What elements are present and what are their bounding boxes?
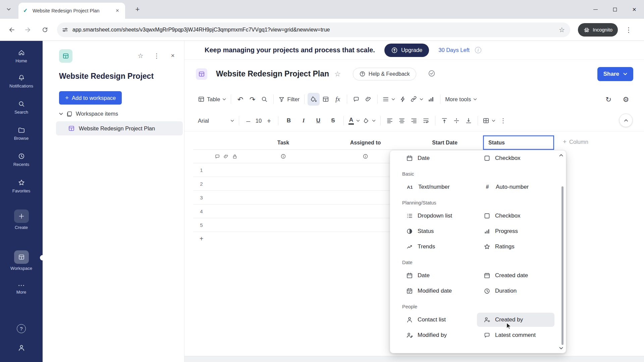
vertical-align-top-button[interactable] — [438, 114, 450, 127]
strikethrough-button[interactable]: S — [326, 114, 340, 127]
browser-tab[interactable]: ✓ Website Redesign Project Plan × — [18, 3, 125, 19]
automation-button[interactable] — [397, 93, 409, 106]
bookmark-star-icon[interactable]: ☆ — [559, 26, 565, 34]
link-button[interactable] — [409, 93, 425, 106]
menu-item-checkbox-2[interactable]: Checkbox — [477, 209, 554, 223]
redo-button[interactable]: ↷ — [246, 93, 258, 106]
tab-close-button[interactable]: × — [114, 7, 121, 14]
borders-button[interactable] — [481, 114, 497, 127]
settings-button[interactable]: ⚙ — [620, 93, 632, 106]
comment-icon[interactable] — [215, 154, 220, 159]
font-size-decrease-button[interactable]: – — [242, 114, 254, 127]
font-family-select[interactable]: Arial — [196, 114, 236, 127]
menu-item-dropdown-list[interactable]: Dropdown list — [399, 209, 477, 223]
reload-button[interactable] — [38, 23, 52, 37]
menu-scroll-down-arrow[interactable] — [558, 346, 565, 351]
forward-button[interactable] — [21, 23, 35, 37]
sidebar-item-workspace[interactable]: Workspace — [0, 250, 43, 271]
sidebar-item-notifications[interactable]: Notifications — [0, 74, 43, 88]
more-tools-button[interactable]: More tools — [443, 93, 479, 106]
undo-button[interactable]: ↶ — [234, 93, 246, 106]
format-overflow-button[interactable]: ⋮ — [497, 114, 509, 127]
horizontal-scrollbar[interactable] — [184, 356, 644, 362]
fill-color-button[interactable] — [308, 93, 320, 106]
info-icon[interactable]: i — [475, 47, 481, 53]
formula-button[interactable]: fx — [332, 93, 344, 106]
activity-log-button[interactable]: ↻ — [602, 93, 614, 106]
underline-button[interactable]: U — [311, 114, 326, 127]
info-icon[interactable] — [363, 154, 368, 159]
menu-item-trends[interactable]: Trends — [399, 240, 477, 254]
wrap-text-button[interactable] — [420, 114, 432, 127]
upgrade-button[interactable]: Upgrade — [384, 44, 429, 57]
text-color-button[interactable]: A — [347, 114, 362, 127]
new-tab-button[interactable]: + — [133, 5, 142, 14]
italic-button[interactable]: I — [296, 114, 311, 127]
vertical-align-bottom-button[interactable] — [463, 114, 475, 127]
info-icon[interactable] — [280, 154, 286, 159]
menu-item-date-2[interactable]: Date — [399, 268, 477, 283]
cell-format-button[interactable] — [320, 93, 332, 106]
menu-scroll-up-arrow[interactable] — [558, 153, 565, 158]
menu-item-modified-date[interactable]: Modified date — [399, 284, 477, 298]
comment-button[interactable] — [350, 93, 362, 106]
menu-item-duration[interactable]: Duration — [477, 284, 554, 298]
menu-item-text-number[interactable]: A1 Text/number — [399, 180, 477, 194]
vertical-align-middle-button[interactable] — [450, 114, 463, 127]
align-center-button[interactable] — [396, 114, 408, 127]
browser-menu-button[interactable]: ⋮ — [622, 23, 635, 37]
menu-item-checkbox[interactable]: Checkbox — [477, 151, 554, 165]
bold-button[interactable]: B — [281, 114, 296, 127]
menu-scrollbar[interactable] — [561, 186, 564, 345]
panel-menu-button[interactable]: ⋮ — [152, 51, 161, 60]
tab-search-button[interactable] — [4, 5, 13, 14]
menu-item-created-by[interactable]: Created by — [477, 313, 554, 327]
menu-item-ratings[interactable]: Ratings — [477, 240, 554, 254]
panel-close-button[interactable]: × — [168, 51, 177, 60]
sidebar-item-browse[interactable]: Browse — [0, 126, 43, 141]
collapse-toolbar-button[interactable] — [619, 114, 633, 127]
menu-item-auto-number[interactable]: # Auto-number — [477, 180, 554, 194]
filter-button[interactable]: Filter — [277, 93, 301, 106]
menu-item-status[interactable]: Status — [399, 224, 477, 238]
background-color-button[interactable] — [362, 114, 377, 127]
menu-item-contact-list[interactable]: Contact list — [399, 313, 477, 327]
help-button[interactable]: ? — [0, 324, 43, 333]
account-button[interactable] — [0, 344, 43, 352]
menu-item-progress[interactable]: Progress — [477, 224, 554, 238]
column-header-task[interactable]: Task — [242, 140, 324, 146]
align-right-button[interactable] — [408, 114, 420, 127]
help-feedback-button[interactable]: Help & Feedback — [353, 68, 416, 80]
attachment-button[interactable] — [362, 93, 374, 106]
row-actions-button[interactable] — [381, 93, 397, 106]
paperclip-icon[interactable] — [223, 154, 229, 159]
sidebar-item-create[interactable]: Create — [0, 209, 43, 230]
add-to-workspace-button[interactable]: + Add to workspace — [59, 91, 122, 105]
sidebar-item-search[interactable]: Search — [0, 100, 43, 115]
menu-item-created-date[interactable]: Created date — [477, 268, 554, 283]
view-selector[interactable]: Table — [196, 93, 228, 106]
font-size-increase-button[interactable]: + — [263, 114, 275, 127]
align-left-button[interactable] — [384, 114, 396, 127]
sidebar-item-favorites[interactable]: Favorites — [0, 179, 43, 193]
maximize-button[interactable] — [605, 0, 625, 19]
menu-item-date[interactable]: Date — [399, 151, 477, 165]
favorite-sheet-star-icon[interactable]: ☆ — [334, 70, 341, 78]
workspace-items-section[interactable]: Workspace items — [59, 111, 118, 117]
lock-icon[interactable] — [232, 154, 237, 159]
url-field[interactable]: app.smartsheet.com/sheets/v3qwxMgRrP9pqp… — [57, 22, 570, 37]
column-header-status-selected[interactable]: Status — [483, 135, 554, 150]
close-window-button[interactable]: × — [625, 0, 644, 19]
sidebar-item-recents[interactable]: Recents — [0, 153, 43, 167]
column-header-start-date[interactable]: Start Date — [407, 140, 483, 146]
search-sheet-button[interactable] — [258, 93, 270, 106]
column-header-assigned-to[interactable]: Assigned to — [324, 140, 407, 146]
share-button[interactable]: Share — [597, 67, 633, 81]
menu-item-modified-by[interactable]: Modified by — [399, 328, 477, 342]
back-button[interactable] — [5, 23, 18, 37]
sheet-item-selected[interactable]: Website Redesign Project Plan — [56, 121, 183, 135]
sidebar-item-home[interactable]: Home — [0, 49, 43, 63]
minimize-button[interactable] — [586, 0, 605, 19]
favorite-star-icon[interactable]: ☆ — [136, 51, 145, 60]
chart-button[interactable] — [425, 93, 437, 106]
